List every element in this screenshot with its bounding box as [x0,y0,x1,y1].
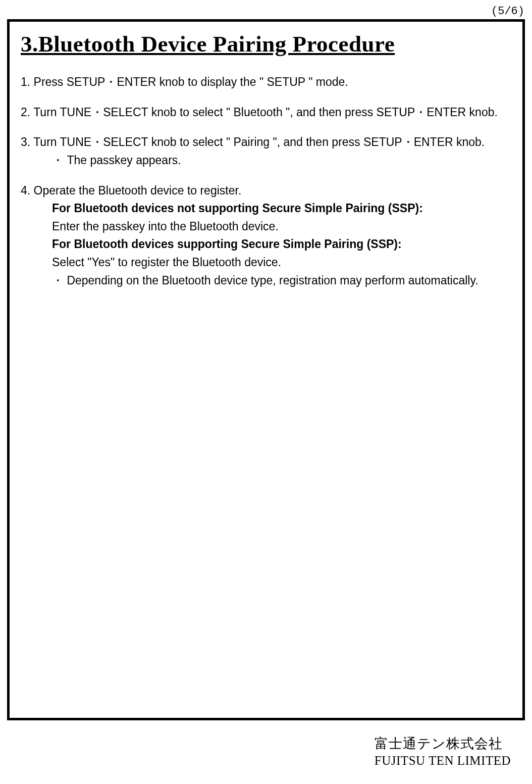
section-title: 3.Bluetooth Device Pairing Procedure [21,31,513,57]
step-4-heading-nossp: For Bluetooth devices not supporting Sec… [21,200,513,218]
step-3-note: ・ The passkey appears. [21,152,513,170]
step-3: 3. Turn TUNE・SELECT knob to select " Pai… [21,133,513,169]
page-number: (5/6) [491,5,524,18]
content-frame: 3.Bluetooth Device Pairing Procedure 1. … [7,19,525,720]
step-3-text: 3. Turn TUNE・SELECT knob to select " Pai… [21,133,513,152]
step-4: 4. Operate the Bluetooth device to regis… [21,182,513,290]
step-1: 1. Press SETUP・ENTER knob to display the… [21,73,513,91]
footer: 富士通テン株式会社 FUJITSU TEN LIMITED [375,734,511,768]
step-4-text: 4. Operate the Bluetooth device to regis… [21,182,513,200]
step-2: 2. Turn TUNE・SELECT knob to select " Blu… [21,104,513,122]
footer-company-jp: 富士通テン株式会社 [375,734,511,753]
footer-company-en: FUJITSU TEN LIMITED [375,754,511,768]
step-4-nossp-text: Enter the passkey into the Bluetooth dev… [21,218,513,236]
step-4-auto-note: ・ Depending on the Bluetooth device type… [21,272,513,290]
step-4-heading-ssp: For Bluetooth devices supporting Secure … [21,235,513,254]
step-4-ssp-text: Select "Yes" to register the Bluetooth d… [21,254,513,272]
